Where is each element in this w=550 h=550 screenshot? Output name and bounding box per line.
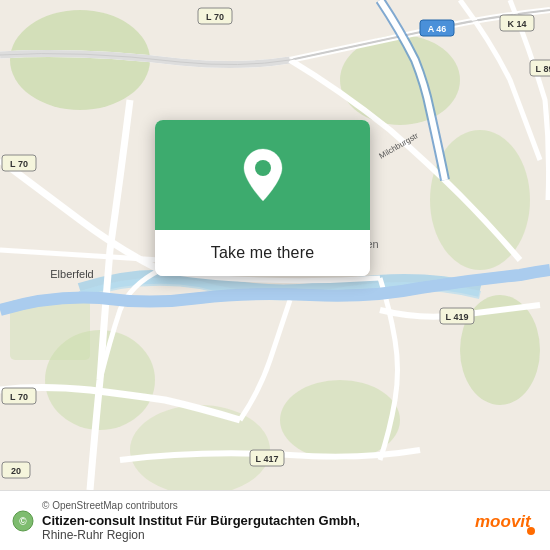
svg-text:moovit: moovit [475, 512, 532, 531]
attribution-text: © OpenStreetMap contributors [42, 500, 463, 511]
svg-point-2 [340, 35, 460, 125]
place-region: Rhine-Ruhr Region [42, 528, 463, 542]
svg-text:20: 20 [11, 466, 21, 476]
take-me-there-button[interactable]: Take me there [155, 230, 370, 276]
svg-text:K 14: K 14 [507, 19, 526, 29]
svg-text:A 46: A 46 [428, 24, 447, 34]
svg-point-3 [430, 130, 530, 270]
moovit-logo: moovit [473, 503, 538, 538]
svg-text:Elberfeld: Elberfeld [50, 268, 93, 280]
popup-card: Take me there [155, 120, 370, 276]
svg-text:L 70: L 70 [10, 159, 28, 169]
svg-text:©: © [19, 516, 27, 527]
bottom-bar: © © OpenStreetMap contributors Citizen-c… [0, 490, 550, 550]
bottom-text-block: © OpenStreetMap contributors Citizen-con… [42, 500, 463, 542]
popup-map-preview [155, 120, 370, 230]
moovit-logo-svg: moovit [473, 503, 538, 538]
map-container: L 70 A 46 K 14 L 891 L 70 Milchburgstr E… [0, 0, 550, 490]
svg-text:L 417: L 417 [256, 454, 279, 464]
svg-text:L 70: L 70 [10, 392, 28, 402]
location-pin-icon [240, 147, 286, 203]
openstreetmap-logo: © [12, 510, 34, 532]
svg-point-35 [527, 527, 535, 535]
svg-text:L 70: L 70 [206, 12, 224, 22]
place-name: Citizen-consult Institut Für Bürgergutac… [42, 513, 463, 528]
svg-text:L 891: L 891 [536, 64, 550, 74]
svg-point-31 [255, 160, 271, 176]
svg-text:L 419: L 419 [446, 312, 469, 322]
